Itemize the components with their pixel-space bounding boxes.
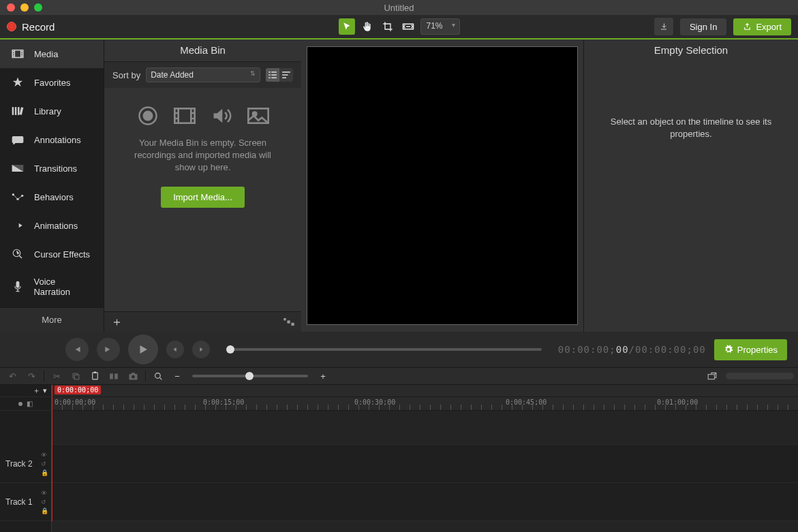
add-media-button[interactable]: ＋ [111,314,123,330]
tracks-area[interactable] [52,411,798,521]
track-link-icon[interactable]: ↺ [41,499,48,505]
prev-marker-button[interactable] [166,341,184,358]
audio-media-icon [210,104,233,127]
track-headers: ＋ ▾ ◧ Track 2 👁 ↺ 🔒 Track 1 👁 ↺ 🔒 [0,385,52,532]
ruler-mark: 0:00:30;00 [354,398,395,406]
paste-button[interactable] [87,369,103,383]
media-bin-panel: Media Bin Sort by Date Added [104,40,301,332]
pan-zoom-tool[interactable] [399,18,416,35]
sort-by-dropdown[interactable]: Date Added [146,67,260,82]
download-button[interactable] [654,18,673,35]
sidebar-item-cursor-effects[interactable]: Cursor Effects [0,240,104,268]
detail-view-button[interactable] [279,68,293,82]
svg-rect-14 [271,74,277,76]
track-row[interactable] [52,483,798,521]
view-mode-toggle [266,68,293,82]
import-media-button[interactable]: Import Media... [161,187,245,208]
step-forward-button[interactable] [97,338,120,361]
zoom-in-button[interactable]: + [315,369,331,383]
hand-tool[interactable] [358,18,375,35]
playhead-time-label[interactable]: 0:00:00;00 [55,386,101,394]
detach-timeline-button[interactable] [704,369,720,383]
collapse-tracks-button[interactable]: ▾ [43,386,47,395]
crop-tool[interactable] [379,18,395,35]
library-icon [11,105,25,117]
arrow-tool[interactable] [338,18,354,35]
sidebar-item-media[interactable]: Media [0,40,104,68]
snapshot-button[interactable] [125,369,141,383]
undo-button[interactable]: ↶ [4,369,20,383]
properties-button[interactable]: Properties [714,339,787,360]
export-button[interactable]: Export [733,18,791,35]
marker-color-button[interactable]: ◧ [27,400,33,407]
svg-rect-2 [12,107,14,115]
top-toolbar: Record 71% Sign In Export [0,15,798,40]
empty-state-text: Your Media Bin is empty. Screen recordin… [125,137,281,174]
sidebar-item-animations[interactable]: Animations [0,211,104,240]
redo-button[interactable]: ↷ [23,369,40,383]
record-button[interactable]: Record [7,21,55,33]
timeline-zoom-slider[interactable] [192,375,308,377]
playhead[interactable] [52,385,52,521]
timeline-ruler[interactable]: 0:00:00;00 0:00:15;00 0:00:30;00 0:00:45… [52,397,798,411]
timeline-body[interactable]: 0:00:00;00 0:00:00;00 0:00:15;00 0:00:30… [52,385,798,532]
canvas-area [301,40,583,332]
canvas-zoom-dropdown[interactable]: 71% [420,18,459,35]
track-label: Track 1 [5,497,33,507]
sidebar-item-voice-narration[interactable]: Voice Narration [0,268,104,305]
transitions-icon [11,162,25,174]
star-icon [11,76,25,89]
sidebar-item-library[interactable]: Library [0,97,104,125]
split-button[interactable] [106,369,122,383]
track-lock-icon[interactable]: 🔒 [41,469,48,476]
properties-empty-text: Select an object on the timeline to see … [584,61,798,195]
sidebar-item-transitions[interactable]: Transitions [0,154,104,183]
sidebar-more-button[interactable]: More [0,307,104,332]
animations-icon [11,219,25,232]
play-button[interactable] [128,334,158,364]
video-canvas[interactable] [307,46,578,325]
svg-rect-16 [271,77,277,78]
gear-icon [724,345,733,354]
sidebar-item-label: Behaviors [34,192,74,202]
thumbnail-size-button[interactable] [283,318,294,326]
next-marker-button[interactable] [192,341,210,358]
track-lock-icon[interactable]: 🔒 [41,507,48,514]
list-view-button[interactable] [266,68,279,82]
sidebar-item-annotations[interactable]: Annotations [0,125,104,154]
step-back-button[interactable] [65,338,89,361]
svg-rect-25 [283,318,286,320]
cut-button[interactable]: ✂ [48,369,65,383]
sidebar-item-label: Voice Narration [33,277,93,297]
track-header[interactable]: Track 1 👁 ↺ 🔒 [0,483,51,521]
playback-scrubber[interactable] [226,348,542,351]
annotations-icon [11,134,25,146]
timeline: ＋ ▾ ◧ Track 2 👁 ↺ 🔒 Track 1 👁 ↺ 🔒 [0,385,798,532]
signin-button[interactable]: Sign In [680,18,726,35]
track-visibility-icon[interactable]: 👁 [41,452,48,458]
ruler-mark: 0:00:15;00 [203,398,244,406]
canvas-tools: 71% [338,18,459,35]
timeline-toolbar: ↶ ↷ ✂ − + [0,367,798,385]
sidebar-item-behaviors[interactable]: Behaviors [0,183,104,211]
ruler-mark: 0:00:00;00 [55,398,95,406]
track-label: Track 2 [5,459,33,469]
properties-panel: Empty Selection Select an object on the … [583,40,798,332]
scrubber-handle[interactable] [226,345,234,354]
track-header[interactable]: Track 2 👁 ↺ 🔒 [0,445,51,483]
marker-dot[interactable] [18,402,22,406]
sidebar-item-favorites[interactable]: Favorites [0,68,104,97]
svg-rect-17 [282,72,290,73]
zoom-slider-handle[interactable] [245,372,254,380]
track-row[interactable] [52,445,798,483]
svg-rect-32 [114,373,118,379]
sidebar-item-label: Cursor Effects [34,249,90,260]
zoom-out-button[interactable]: − [169,369,185,383]
timeline-horizontal-scrollbar[interactable] [726,373,794,379]
add-track-button[interactable]: ＋ [33,386,40,396]
copy-button[interactable] [67,369,84,383]
track-link-icon[interactable]: ↺ [41,460,48,467]
svg-rect-27 [291,322,294,325]
track-visibility-icon[interactable]: 👁 [41,490,48,497]
svg-rect-29 [92,373,97,379]
